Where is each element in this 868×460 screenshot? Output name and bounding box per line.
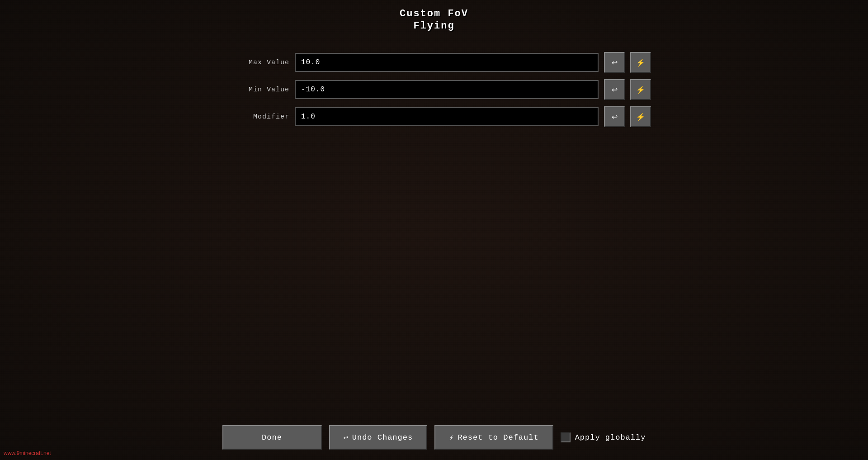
max-value-row: Max Value ↩ ⚡ [217,52,651,73]
page-content: Custom FoV Flying Max Value ↩ ⚡ Min Valu… [0,0,868,460]
undo-changes-label: Undo Changes [352,433,413,442]
done-label: Done [262,433,282,442]
min-value-undo-button[interactable]: ↩ [604,79,625,100]
bottom-bar: Done ↩ Undo Changes ⚡ Reset to Default A… [0,415,868,460]
page-subtitle: Flying [400,20,468,32]
min-value-label: Min Value [217,86,289,94]
min-value-input[interactable] [295,80,599,99]
header: Custom FoV Flying [400,8,468,32]
undo-changes-button[interactable]: ↩ Undo Changes [329,425,428,450]
max-value-label: Max Value [217,59,289,66]
min-value-reset-button[interactable]: ⚡ [630,79,651,100]
apply-globally-label: Apply globally [575,433,646,442]
done-button[interactable]: Done [222,425,322,450]
min-value-row: Min Value ↩ ⚡ [217,79,651,100]
reset-to-default-button[interactable]: ⚡ Reset to Default [434,425,553,450]
modifier-row: Modifier ↩ ⚡ [217,106,651,127]
max-value-reset-button[interactable]: ⚡ [630,52,651,73]
max-value-input[interactable] [295,53,599,72]
modifier-reset-button[interactable]: ⚡ [630,106,651,127]
max-value-undo-button[interactable]: ↩ [604,52,625,73]
apply-globally-checkbox[interactable] [561,432,571,442]
apply-globally-container[interactable]: Apply globally [561,432,646,442]
reset-icon: ⚡ [449,433,454,442]
page-title: Custom FoV [400,8,468,19]
reset-label: Reset to Default [458,433,538,442]
settings-area: Max Value ↩ ⚡ Min Value ↩ ⚡ Modifier ↩ ⚡ [217,52,651,127]
modifier-input[interactable] [295,107,599,126]
modifier-undo-button[interactable]: ↩ [604,106,625,127]
modifier-label: Modifier [217,113,289,121]
watermark: www.9minecraft.net [4,450,51,456]
undo-icon: ↩ [344,433,349,442]
